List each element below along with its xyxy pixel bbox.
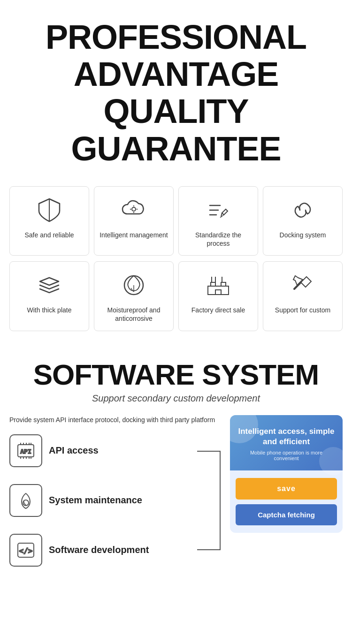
features-row-1: Safe and reliable Intelligent management [9, 186, 343, 256]
feature-factory-direct: Factory direct sale [178, 261, 258, 331]
software-subtitle: Support secondary custom development [9, 393, 343, 404]
maintenance-icon [9, 484, 42, 517]
software-title: SOFTWARE SYSTEM [9, 360, 343, 389]
save-button[interactable]: save [236, 478, 337, 500]
captcha-button[interactable]: Captcha fetching [236, 504, 337, 525]
connector-line-1 [197, 451, 221, 452]
api-description: Provide system API interface protocol, d… [9, 415, 221, 425]
software-development-item: </> Software development [9, 534, 188, 567]
software-development-label: Software development [49, 545, 188, 555]
feature-thick-plate: With thick plate [9, 261, 89, 331]
software-left-panel: Provide system API interface protocol, d… [9, 415, 221, 583]
svg-line-20 [294, 282, 301, 289]
api-icon: API [9, 434, 42, 467]
api-access-item: API API access [9, 434, 188, 467]
factory-icon [204, 271, 232, 299]
shield-icon [35, 196, 63, 224]
phone-sub-text: Mobile phone operation is more convenien… [237, 450, 335, 461]
software-content: Provide system API interface protocol, d… [9, 415, 343, 583]
svg-point-1 [132, 207, 136, 211]
features-row-2: With thick plate Moistureproof and antic… [9, 261, 343, 331]
tools-icon [289, 271, 317, 299]
svg-text:API: API [20, 448, 31, 455]
bracket-decoration [197, 451, 221, 550]
link-icon [289, 196, 317, 224]
features-section: Safe and reliable Intelligent management [0, 182, 352, 346]
feature-standardize-process: Standardize the process [178, 186, 258, 256]
leaf-drop-icon [120, 271, 148, 299]
svg-text:</>: </> [19, 546, 33, 555]
phone-mockup: Intelligent access, simple and efficient… [230, 415, 343, 533]
feature-docking-system: Docking system [263, 186, 343, 256]
feature-label: Factory direct sale [191, 306, 245, 314]
system-maintenance-label: System maintenance [49, 495, 188, 506]
feature-support-custom: Support for custom [263, 261, 343, 331]
software-items-wrapper: API API access [9, 434, 221, 567]
svg-rect-14 [211, 282, 215, 286]
layers-icon [35, 271, 63, 299]
header-section: PROFESSIONAL ADVANTAGE QUALITY GUARANTEE [0, 0, 352, 182]
cloud-settings-icon [120, 196, 148, 224]
phone-main-text: Intelligent access, simple and efficient [237, 426, 335, 447]
feature-label: Docking system [280, 231, 326, 239]
feature-label: Intelligent management [99, 231, 168, 239]
feature-moistureproof: Moistureproof and anticorrosive [94, 261, 174, 331]
api-access-label: API access [49, 445, 188, 456]
feature-label: With thick plate [27, 306, 72, 314]
feature-label: Moistureproof and anticorrosive [99, 306, 168, 323]
feature-intelligent-management: Intelligent management [94, 186, 174, 256]
software-section: SOFTWARE SYSTEM Support secondary custom… [0, 346, 352, 598]
svg-rect-15 [221, 282, 226, 286]
pencil-lines-icon [204, 196, 232, 224]
svg-line-10 [220, 215, 224, 218]
software-right-panel: Intelligent access, simple and efficient… [230, 415, 343, 533]
phone-header: Intelligent access, simple and efficient… [230, 415, 343, 470]
feature-label: Safe and reliable [24, 231, 74, 239]
main-title: PROFESSIONAL ADVANTAGE QUALITY GUARANTEE [9, 19, 343, 167]
feature-label: Standardize the process [184, 231, 253, 248]
system-maintenance-item: System maintenance [9, 484, 188, 517]
connector-line-3 [197, 549, 221, 550]
phone-buttons: save Captcha fetching [230, 470, 343, 533]
feature-label: Support for custom [275, 306, 330, 314]
feature-safe-reliable: Safe and reliable [9, 186, 89, 256]
svg-rect-19 [215, 290, 221, 295]
code-icon: </> [9, 534, 42, 567]
